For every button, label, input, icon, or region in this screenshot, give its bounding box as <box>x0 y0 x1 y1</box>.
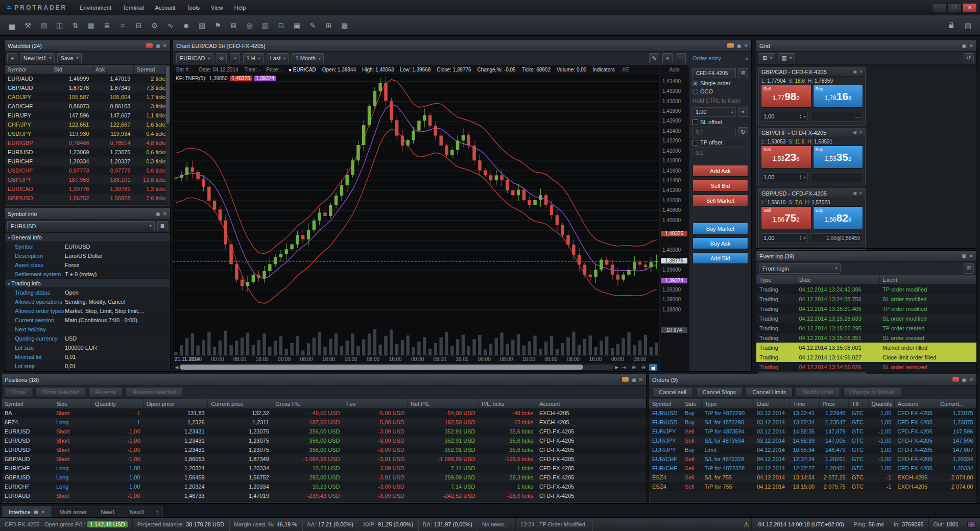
maximize-icon[interactable]: ▣ <box>962 43 966 49</box>
tile-quantity-stepper[interactable]: 1,00 ▴▾ ▾ <box>761 233 808 243</box>
buy-button[interactable]: Buy 1,78168 <box>813 85 864 108</box>
maximize-icon[interactable]: ▣ <box>631 377 636 382</box>
order-row[interactable]: EUR/JPY Buy Limit 04.12.2014 10:55:34 14… <box>649 445 976 454</box>
symbol-info-menu-button[interactable]: ≣ <box>157 221 168 231</box>
column-header[interactable]: Side <box>682 399 701 408</box>
link-color-icon[interactable] <box>622 377 629 382</box>
maximize-icon[interactable]: ▣ <box>736 43 741 49</box>
symbol-info-row[interactable]: Lot step 0,01 <box>5 361 170 371</box>
column-header[interactable]: Symbol <box>5 65 51 74</box>
scroll-thumb[interactable] <box>180 365 583 370</box>
column-header[interactable]: Gross P/L <box>272 399 343 408</box>
close-icon[interactable]: ✕ <box>639 377 643 382</box>
order-entry-header[interactable]: Order entry » <box>689 52 751 65</box>
tile-close-icon[interactable]: ✕ <box>859 130 863 135</box>
scrollbar[interactable] <box>165 65 170 203</box>
column-header[interactable]: Date <box>754 399 790 408</box>
reports-icon[interactable]: ▥ <box>258 19 272 32</box>
symbol-info-row[interactable]: Settlement system T + 0 (today) <box>5 270 170 279</box>
order-row[interactable]: EUR/USD Buy S/L for 4872290 03.12.2014 1… <box>649 418 976 427</box>
cancel-sell-button[interactable]: Cancel sell <box>652 387 693 398</box>
link-color-icon[interactable] <box>146 43 153 48</box>
lock-icon[interactable] <box>944 19 958 32</box>
event-log-row[interactable]: Trading 04.12.2014 13:15:16.351 SL order… <box>756 333 976 343</box>
watchlist-row[interactable]: USD/CHF 0,97773 0,97779 0,6 ticks <box>5 166 170 175</box>
position-row[interactable]: EUR/USD Short -1,00 1,23431 1,23075 356,… <box>2 436 646 445</box>
event-log-row[interactable]: Trading 04.12.2014 13:15:28.633 SL order… <box>756 313 976 323</box>
column-header[interactable]: P/L, ticks <box>478 399 536 408</box>
clock-icon[interactable]: ◔ <box>230 53 240 63</box>
position-row[interactable]: 6EZ4 Long 1 1,2326 1,2311 -187,50 USD -5… <box>2 418 646 427</box>
column-header[interactable]: Bid <box>51 65 92 74</box>
buy-button[interactable]: Buy 1,56828 <box>813 206 864 229</box>
stepper-arrows-icon[interactable]: ▴▾ <box>731 109 733 114</box>
position-row[interactable]: EUR/AUD Short -1,00 1,46733 1,47019 -239… <box>2 491 646 500</box>
matrix-icon[interactable]: ⌗ <box>116 19 130 32</box>
grid-tile-header[interactable]: GBP/CAD - CFD-FX-4205 ▣ ✕ <box>759 67 865 77</box>
add-ask-button[interactable]: Add Ask <box>692 165 748 177</box>
order-row[interactable]: EUR/USD Buy T/P for 4872290 03.12.2014 1… <box>649 408 976 418</box>
link-icon[interactable]: ⊙ <box>217 53 227 63</box>
position-row[interactable]: EUR/CHF Long 1,00 1,20324 1,20334 10,23 … <box>2 464 646 473</box>
column-header[interactable]: Price <box>819 399 849 408</box>
reset-layout-icon[interactable]: ↺ <box>964 53 974 63</box>
reverse-selected-button[interactable]: Reverse selected <box>126 387 182 398</box>
column-header[interactable]: Symbol <box>2 399 53 408</box>
symbol-info-row[interactable]: Allowed order types Market, Stop, Limit,… <box>5 306 170 316</box>
event-log-row[interactable]: Trading 04.12.2014 13:24:42.386 TP order… <box>756 284 976 294</box>
column-header[interactable]: Current price <box>208 399 272 408</box>
list-select[interactable]: New list1▾ <box>20 53 55 63</box>
menu-tools[interactable]: Tools <box>181 0 205 15</box>
column-header[interactable]: Account <box>536 399 646 408</box>
chart-bars-icon[interactable]: ▅ <box>5 19 19 32</box>
tile-expand-icon[interactable]: ▣ <box>853 69 857 74</box>
tab-interface[interactable]: Interface ✕ <box>2 506 52 517</box>
sell-button[interactable]: Sell 1,56752 <box>761 206 811 229</box>
link-color-icon[interactable] <box>952 377 959 382</box>
column-header[interactable]: Fee <box>343 399 408 408</box>
menu-terminal[interactable]: Terminal <box>117 0 150 15</box>
column-header[interactable]: Current... <box>937 399 976 408</box>
column-header[interactable]: Date <box>796 275 879 284</box>
chart-header[interactable]: Chart EUR/CAD 1H [CFD-FX-4205] ▣ ✕ <box>173 40 751 52</box>
order-row[interactable]: EUR/JPY Sell S/L for 4873594 03.12.2014 … <box>649 436 976 445</box>
language-flag-icon[interactable] <box>967 522 976 527</box>
watchlist-row[interactable]: CAD/JPY 105,587 105,604 1,7 ticks <box>5 92 170 102</box>
watchlist-row[interactable]: CAD/CHF 0,86073 0,86103 3 ticks <box>5 102 170 111</box>
close-icon[interactable]: ✕ <box>163 43 167 49</box>
close-icon[interactable]: ✕ <box>969 253 973 259</box>
quantity-stepper[interactable]: 1,00 ▴▾ <box>692 107 736 117</box>
sell-button[interactable]: Sell 1,53236 <box>761 146 811 168</box>
position-row[interactable]: EUR/USD Short -1,00 1,23431 1,23075 356,… <box>2 427 646 436</box>
column-header[interactable]: Quantity <box>92 399 144 408</box>
close-icon[interactable]: ✕ <box>744 43 748 49</box>
single-order-radio[interactable]: Single order <box>692 80 748 86</box>
scroll-right-icon[interactable]: ▶ <box>615 365 618 370</box>
tile-close-icon[interactable]: ✕ <box>859 191 863 196</box>
position-row[interactable]: BA Short -1 131,83 132,32 -49,00 USD -5,… <box>2 408 646 418</box>
column-header[interactable]: Quantity <box>868 399 894 408</box>
symbol-info-row[interactable]: Minimal lot 0,01 <box>5 352 170 361</box>
buy-button[interactable]: Buy 1,53352 <box>813 146 864 168</box>
menu-help[interactable]: Help <box>229 0 252 15</box>
grid-tile-header[interactable]: GBP/USD - CFD-FX-4205 ▣ ✕ <box>759 189 865 198</box>
link-color-icon[interactable] <box>727 43 734 48</box>
scale-lock-icon[interactable] <box>649 364 657 371</box>
watchlist-row[interactable]: EUR/AUD 1,46999 1,47019 2 ticks <box>5 74 170 83</box>
tile-quantity-stepper[interactable]: 1,00 ▴▾ ▾ <box>761 112 808 122</box>
watchlist-header[interactable]: Watchlist (24) ▣ ✕ <box>5 40 170 52</box>
order-row[interactable]: ESZ4 Sell S/L for 755 04.12.2014 13:14:5… <box>649 473 976 482</box>
snapshot-icon[interactable]: ◎ <box>243 19 256 32</box>
tile-quantity-stepper[interactable]: 1,00 ▴▾ ▾ <box>761 173 808 182</box>
add-symbol-button[interactable]: + <box>7 53 17 63</box>
close-icon[interactable]: ✕ <box>969 377 973 382</box>
event-log-menu-button[interactable]: ≣ <box>964 263 974 274</box>
event-log-row[interactable]: Trading 04.12.2014 13:15:22.295 TP order… <box>756 323 976 333</box>
tab-multi-asset[interactable]: Multi-asset ✕ <box>53 506 93 517</box>
range-select[interactable]: 1 Month▾ <box>292 53 324 63</box>
order-row[interactable]: EUR/JPY Sell T/P for 4873594 03.12.2014 … <box>649 427 976 436</box>
position-row[interactable]: GBP/USD Long 1,00 1,56459 1,56752 293,00… <box>2 473 646 482</box>
orders-icon[interactable]: ⊠ <box>227 19 241 32</box>
quote-board-icon[interactable]: ◫ <box>53 19 66 32</box>
close-selected-button[interactable]: Close selected <box>35 387 85 398</box>
